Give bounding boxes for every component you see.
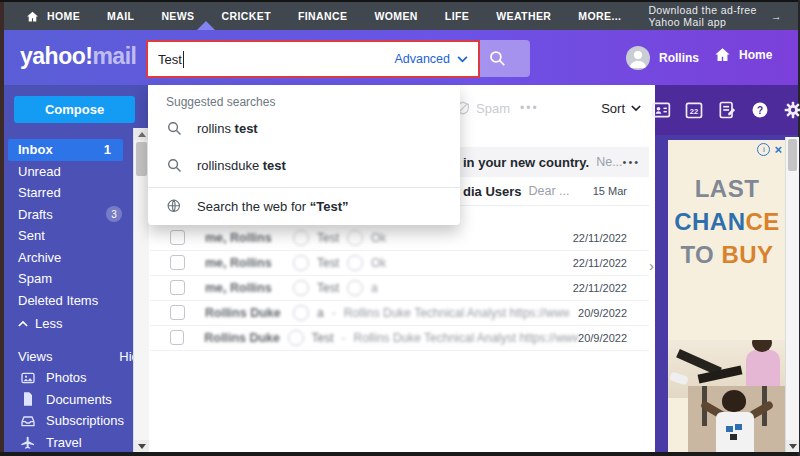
sidebar-item-spam[interactable]: Spam — [4, 268, 148, 290]
row-checkbox[interactable] — [170, 330, 184, 345]
suggestion-item[interactable]: rollinsduke test — [148, 150, 460, 180]
nav-item-weather[interactable]: WEATHER — [496, 10, 551, 22]
search-input[interactable]: Test Advanced — [146, 40, 480, 78]
mail-sender: me, Rollins — [205, 256, 293, 270]
search-icon — [166, 120, 183, 137]
row-checkbox[interactable] — [170, 305, 185, 320]
person-icon — [626, 46, 650, 70]
mail-sender: dia Users — [463, 184, 522, 199]
mail-snippet: Dear ... — [529, 184, 570, 198]
arrow-right-icon: → — [771, 10, 782, 22]
help-icon[interactable]: ? — [750, 100, 770, 120]
logo-mail-text: mail — [92, 43, 136, 69]
folder-label: Inbox — [18, 142, 53, 157]
less-toggle[interactable]: Less — [4, 313, 138, 334]
mail-subject: in your new country. — [463, 155, 589, 170]
folder-label: Drafts — [18, 207, 53, 222]
sidebar-item-archive[interactable]: Archive — [4, 247, 148, 269]
nav-item-more[interactable]: MORE... — [578, 10, 621, 22]
scroll-thumb[interactable] — [136, 142, 147, 176]
mail-row[interactable]: me, Rollins Test a 22/11/2022 — [150, 275, 649, 301]
sidebar-scrollbar[interactable] — [133, 128, 149, 452]
nav-item-finance[interactable]: FINANCE — [298, 10, 347, 22]
views-label: Views — [18, 349, 52, 364]
nav-item-women[interactable]: WOMEN — [374, 10, 417, 22]
search-web-item[interactable]: Search the web for “Test” — [148, 191, 460, 221]
subscriptions-icon — [20, 413, 36, 429]
sidebar-item-deleted-items[interactable]: Deleted Items — [4, 290, 148, 312]
mail-row[interactable]: me, Rollins Test Ok 22/11/2022 — [150, 250, 649, 276]
folder-label: Sent — [18, 228, 45, 243]
sidebar-item-inbox[interactable]: Inbox 1 — [8, 139, 123, 161]
mail-sender: Rollins Duke — [205, 306, 293, 320]
calendar-icon[interactable]: 22 — [684, 100, 704, 120]
folder-list: Inbox 1 Unread Starred Drafts 3 Sent Arc… — [4, 139, 148, 311]
separator: - — [332, 306, 336, 320]
ad-banner[interactable]: i × LAST CHANCE TO BUY — [668, 140, 786, 452]
advanced-label: Advanced — [394, 52, 450, 66]
right-icons-bar: 22 ? — [655, 85, 798, 135]
mail-row[interactable]: me, Rollins Test Ok 22/11/2022 — [150, 225, 649, 251]
toolbar-more-button[interactable]: ••• — [520, 101, 539, 115]
settings-gear-icon[interactable] — [783, 100, 800, 120]
scroll-thumb[interactable] — [788, 139, 797, 171]
nav-item-cricket[interactable]: CRICKET — [221, 10, 270, 22]
row-checkbox[interactable] — [170, 255, 185, 270]
view-label: Documents — [46, 392, 112, 407]
ad-line1: LAST — [695, 175, 760, 202]
sidebar-item-sent[interactable]: Sent — [4, 225, 148, 247]
download-app-label: Download the ad-free Yahoo Mail app — [648, 4, 765, 28]
account-button[interactable]: Rollins — [626, 46, 699, 70]
spam-button-disabled[interactable]: Spam — [456, 101, 510, 116]
scroll-up-button[interactable] — [134, 128, 149, 140]
row-more-button[interactable]: ••• — [623, 156, 641, 168]
compose-button[interactable]: Compose — [14, 96, 135, 123]
yahoo-mail-logo[interactable]: yahoo!mail — [20, 43, 136, 70]
nav-item-life[interactable]: LIFE — [445, 10, 469, 22]
row-checkbox[interactable] — [170, 230, 185, 245]
separator: - — [342, 331, 346, 345]
mail-sender: me, Rollins — [205, 281, 293, 295]
sidebar-item-photos[interactable]: Photos — [4, 367, 150, 389]
suggestion-item[interactable]: rollins test — [148, 113, 460, 143]
avatar-icon — [293, 230, 309, 246]
scroll-down-button[interactable] — [786, 440, 799, 452]
nav-item-mail[interactable]: MAIL — [107, 10, 134, 22]
sidebar-item-starred[interactable]: Starred — [4, 182, 148, 204]
ad-line2b: CE — [745, 208, 779, 235]
photos-icon — [20, 370, 36, 386]
nav-item-home[interactable]: HOME — [47, 10, 80, 22]
mail-row[interactable]: Rollins Duke a - Rollins Duke Technical … — [150, 300, 649, 326]
sort-button[interactable]: Sort — [601, 101, 641, 116]
advanced-search-button[interactable]: Advanced — [394, 52, 468, 66]
sidebar-item-travel[interactable]: Travel — [4, 432, 150, 454]
ad-close-icon[interactable]: × — [774, 144, 782, 155]
ad-photo-bottom — [688, 386, 786, 452]
ad-info-icon[interactable]: i — [757, 143, 770, 156]
notepad-icon[interactable] — [717, 100, 737, 120]
sidebar-item-documents[interactable]: Documents — [4, 389, 150, 411]
row-checkbox[interactable] — [170, 280, 185, 295]
mail-tag: Test — [317, 231, 339, 245]
svg-text:?: ? — [756, 105, 762, 116]
mail-row[interactable]: Rollins Duke Test - Rollins Duke Technic… — [150, 325, 649, 351]
sidebar-item-drafts[interactable]: Drafts 3 — [4, 204, 148, 226]
search-web-text: Search the web for “Test” — [197, 199, 349, 214]
download-app-link[interactable]: Download the ad-free Yahoo Mail app → — [648, 4, 782, 28]
sidebar-item-unread[interactable]: Unread — [4, 161, 148, 183]
scroll-down-button[interactable] — [134, 440, 149, 452]
page-scrollbar[interactable] — [785, 137, 799, 452]
document-icon — [20, 391, 36, 407]
search-icon — [166, 157, 183, 174]
sidebar-item-subscriptions[interactable]: Subscriptions — [4, 410, 150, 432]
home-icon — [714, 46, 731, 63]
search-web-bold: “Test” — [310, 199, 349, 214]
expand-chevron[interactable]: › — [649, 257, 654, 274]
chevron-down-icon — [631, 105, 641, 112]
suggestions-title: Suggested searches — [166, 95, 275, 109]
nav-item-news[interactable]: NEWS — [161, 10, 194, 22]
search-icon — [488, 49, 507, 68]
sidebar: Compose Inbox 1 Unread Starred Drafts 3 … — [4, 85, 148, 452]
contacts-icon[interactable] — [651, 100, 671, 120]
home-button[interactable]: Home — [714, 46, 772, 63]
